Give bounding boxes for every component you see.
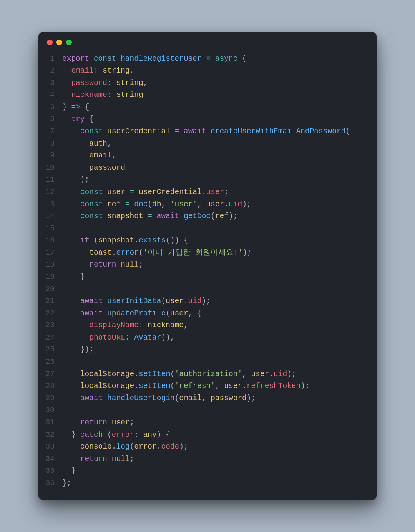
code-content[interactable]: displayName: nickname, <box>62 320 188 332</box>
code-line[interactable]: 22 await updateProfile(user, { <box>38 308 377 320</box>
line-number: 22 <box>38 308 62 320</box>
code-content[interactable]: toast.error('이미 가입한 회원이세요!'); <box>62 247 252 259</box>
code-line[interactable]: 3 password: string, <box>38 77 377 89</box>
code-line[interactable]: 28 localStorage.setItem('refresh', user.… <box>38 380 377 393</box>
line-number: 9 <box>38 150 62 162</box>
line-number: 20 <box>38 283 62 296</box>
code-line[interactable]: 2 email: string, <box>38 65 377 77</box>
code-line[interactable]: 10 password <box>38 162 377 174</box>
line-number: 13 <box>38 199 62 211</box>
line-number: 23 <box>38 320 62 332</box>
minimize-icon[interactable] <box>56 40 62 45</box>
code-content[interactable]: }); <box>62 344 94 356</box>
code-content[interactable]: ); <box>62 174 89 186</box>
line-number: 26 <box>38 356 62 368</box>
code-line[interactable]: 13 const ref = doc(db, 'user', user.uid)… <box>38 199 377 211</box>
code-line[interactable]: 1export const handleRegisterUser = async… <box>38 53 377 65</box>
code-line[interactable]: 18 return null; <box>38 259 377 271</box>
line-number: 12 <box>38 186 62 199</box>
code-content[interactable]: return user; <box>62 417 134 429</box>
code-content[interactable]: await handleUserLogin(email, password); <box>62 393 256 405</box>
code-content[interactable]: } catch (error: any) { <box>62 429 170 441</box>
code-line[interactable]: 7 const userCredential = await createUse… <box>38 126 377 138</box>
code-line[interactable]: 29 await handleUserLogin(email, password… <box>38 393 377 405</box>
code-line[interactable]: 19 } <box>38 271 377 283</box>
code-line[interactable]: 27 localStorage.setItem('authorization',… <box>38 368 377 381</box>
code-content[interactable]: return null; <box>62 259 143 271</box>
line-number: 15 <box>38 223 62 235</box>
code-content[interactable]: if (snapshot.exists()) { <box>62 235 188 247</box>
line-number: 32 <box>38 429 62 441</box>
code-content[interactable]: await updateProfile(user, { <box>62 308 202 320</box>
close-icon[interactable] <box>47 40 53 45</box>
code-line[interactable]: 26 <box>38 356 377 368</box>
zoom-icon[interactable] <box>66 40 72 45</box>
line-number: 34 <box>38 453 62 466</box>
code-content[interactable]: ) => { <box>62 101 89 114</box>
code-content[interactable]: auth, <box>62 138 112 150</box>
code-content[interactable]: const ref = doc(db, 'user', user.uid); <box>62 199 251 211</box>
line-number: 14 <box>38 210 62 223</box>
code-line[interactable]: 9 email, <box>38 150 377 162</box>
line-number: 31 <box>38 417 62 429</box>
code-line[interactable]: 34 return null; <box>38 453 377 466</box>
line-number: 35 <box>38 465 62 477</box>
line-number: 7 <box>38 126 62 138</box>
code-line[interactable]: 20 <box>38 283 377 296</box>
code-content[interactable]: await userInitData(user.uid); <box>62 295 211 308</box>
code-content[interactable]: }; <box>62 477 71 490</box>
code-content[interactable]: console.log(error.code); <box>62 441 188 453</box>
code-line[interactable]: 36}; <box>38 477 377 490</box>
code-content[interactable]: } <box>62 271 85 283</box>
code-content[interactable]: email, <box>62 150 116 162</box>
code-content[interactable]: const snapshot = await getDoc(ref); <box>62 210 237 223</box>
line-number: 10 <box>38 162 62 174</box>
code-line[interactable]: 30 <box>38 404 377 417</box>
line-number: 28 <box>38 380 62 393</box>
line-number: 18 <box>38 259 62 271</box>
code-line[interactable]: 8 auth, <box>38 138 377 150</box>
code-content[interactable]: const userCredential = await createUserW… <box>62 126 350 138</box>
code-content[interactable]: localStorage.setItem('authorization', us… <box>62 368 296 381</box>
code-line[interactable]: 24 photoURL: Avatar(), <box>38 332 377 344</box>
code-line[interactable]: 15 <box>38 223 377 235</box>
code-line[interactable]: 32 } catch (error: any) { <box>38 429 377 441</box>
code-line[interactable]: 12 const user = userCredential.user; <box>38 186 377 199</box>
line-number: 27 <box>38 368 62 381</box>
line-number: 17 <box>38 247 62 259</box>
code-line[interactable]: 17 toast.error('이미 가입한 회원이세요!'); <box>38 247 377 259</box>
line-number: 1 <box>38 53 62 65</box>
line-number: 2 <box>38 65 62 77</box>
code-content[interactable]: return null; <box>62 453 134 466</box>
code-content[interactable]: export const handleRegisterUser = async … <box>62 53 247 65</box>
code-editor[interactable]: 1export const handleRegisterUser = async… <box>38 48 377 501</box>
code-content[interactable]: try { <box>62 113 94 126</box>
code-line[interactable]: 11 ); <box>38 174 377 186</box>
code-line[interactable]: 33 console.log(error.code); <box>38 441 377 453</box>
line-number: 5 <box>38 101 62 114</box>
code-content[interactable]: email: string, <box>62 65 134 77</box>
line-number: 3 <box>38 77 62 89</box>
code-line[interactable]: 5) => { <box>38 101 377 114</box>
code-content[interactable]: const user = userCredential.user; <box>62 186 229 199</box>
code-line[interactable]: 31 return user; <box>38 417 377 429</box>
window-titlebar <box>38 32 377 48</box>
code-line[interactable]: 4 nickname: string <box>38 89 377 101</box>
code-content[interactable]: localStorage.setItem('refresh', user.ref… <box>62 380 310 393</box>
code-content[interactable]: password: string, <box>62 77 148 89</box>
code-content[interactable]: password <box>62 162 125 174</box>
line-number: 30 <box>38 404 62 417</box>
code-content[interactable]: nickname: string <box>62 89 143 101</box>
line-number: 6 <box>38 113 62 126</box>
code-content[interactable]: } <box>62 465 76 477</box>
line-number: 16 <box>38 235 62 247</box>
code-line[interactable]: 16 if (snapshot.exists()) { <box>38 235 377 247</box>
code-line[interactable]: 14 const snapshot = await getDoc(ref); <box>38 210 377 223</box>
code-line[interactable]: 25 }); <box>38 344 377 356</box>
code-line[interactable]: 21 await userInitData(user.uid); <box>38 295 377 308</box>
code-line[interactable]: 23 displayName: nickname, <box>38 320 377 332</box>
code-content[interactable]: photoURL: Avatar(), <box>62 332 175 344</box>
code-line[interactable]: 6 try { <box>38 113 377 126</box>
line-number: 19 <box>38 271 62 283</box>
code-line[interactable]: 35 } <box>38 465 377 477</box>
